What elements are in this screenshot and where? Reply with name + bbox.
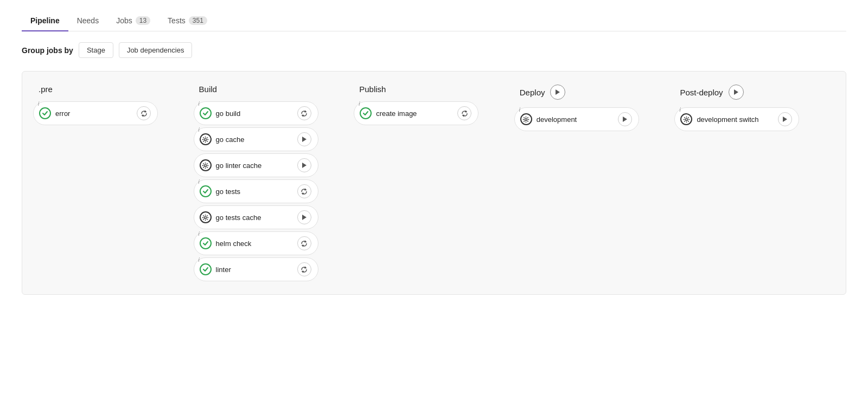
tab-needs[interactable]: Needs — [68, 11, 107, 31]
job-helm-check-refresh-btn[interactable] — [297, 236, 311, 250]
tests-badge: 351 — [189, 16, 207, 25]
job-helm-check[interactable]: i helm check — [194, 231, 318, 255]
job-i-label: i — [199, 231, 200, 237]
job-development-switch[interactable]: i development switch — [674, 107, 799, 131]
job-error-name: error — [55, 109, 132, 118]
tabs-bar: Pipeline Needs Jobs 13 Tests 351 — [22, 11, 846, 31]
job-go-tests-cache-name: go tests cache — [216, 214, 293, 222]
job-go-build-refresh-btn[interactable] — [297, 106, 311, 120]
stage-deploy-jobs: i development — [514, 107, 675, 131]
tab-jobs[interactable]: Jobs 13 — [107, 11, 159, 31]
stage-post-deploy-jobs: i development switch — [674, 107, 835, 131]
stage-post-deploy-title: Post-deploy — [680, 88, 723, 97]
group-by-dependencies-button[interactable]: Job dependencies — [119, 42, 193, 58]
job-development-switch-play-btn[interactable] — [778, 112, 792, 126]
svg-marker-8 — [623, 117, 627, 122]
stage-publish: Publish i create image — [354, 85, 514, 125]
job-i-label: i — [199, 179, 200, 185]
job-create-image-refresh-btn[interactable] — [457, 106, 471, 120]
stage-build-header: Build — [194, 85, 354, 94]
job-i-label: i — [199, 101, 200, 107]
group-by-stage-button[interactable]: Stage — [79, 42, 113, 58]
job-linter[interactable]: i linter — [194, 257, 318, 281]
stage-deploy-play-btn[interactable] — [550, 85, 565, 100]
job-i-label: i — [359, 101, 360, 107]
tab-tests[interactable]: Tests 351 — [159, 11, 216, 31]
svg-point-2 — [205, 164, 207, 166]
job-error-refresh-btn[interactable] — [137, 106, 151, 120]
stage-post-deploy: Post-deploy i development switch — [674, 85, 835, 131]
group-by-section: Group jobs by Stage Job dependencies — [22, 42, 846, 58]
stage-build-title: Build — [199, 85, 217, 94]
svg-marker-9 — [734, 89, 738, 95]
stage-deploy: Deploy i development — [514, 85, 675, 131]
job-go-build-status — [200, 107, 212, 119]
stage-pre-title: .pre — [39, 85, 53, 94]
stage-build: Build i go build — [194, 85, 354, 281]
job-go-tests-cache-status — [200, 211, 212, 223]
job-go-build[interactable]: i go build — [194, 101, 318, 125]
job-go-linter-cache[interactable]: go linter cache — [194, 153, 318, 177]
jobs-badge: 13 — [136, 16, 150, 25]
job-development-status — [520, 113, 532, 125]
job-development-switch-name: development switch — [697, 115, 774, 124]
job-development-switch-status — [680, 113, 692, 125]
svg-point-4 — [205, 216, 207, 218]
stage-deploy-title: Deploy — [520, 88, 545, 97]
job-go-build-name: go build — [216, 109, 293, 118]
job-go-linter-cache-status — [200, 159, 212, 171]
job-i-label: i — [38, 101, 39, 107]
job-linter-status — [200, 263, 212, 275]
stage-deploy-header: Deploy — [514, 85, 675, 100]
stage-pre-header: .pre — [33, 85, 194, 94]
job-go-tests[interactable]: i go tests — [194, 179, 318, 203]
svg-point-10 — [685, 118, 687, 120]
svg-marker-6 — [556, 89, 560, 95]
page-wrapper: Pipeline Needs Jobs 13 Tests 351 Group j… — [0, 0, 868, 306]
job-error-status-icon — [39, 107, 51, 119]
job-linter-refresh-btn[interactable] — [297, 262, 311, 276]
job-go-cache-name: go cache — [216, 135, 293, 144]
job-helm-check-name: helm check — [216, 240, 293, 248]
stage-post-deploy-header: Post-deploy — [674, 85, 835, 100]
svg-marker-1 — [302, 137, 307, 142]
job-go-linter-cache-name: go linter cache — [216, 161, 293, 170]
job-go-tests-status — [200, 185, 212, 197]
stage-publish-header: Publish — [354, 85, 514, 94]
stages-container: .pre i error — [33, 85, 835, 281]
job-go-tests-cache[interactable]: go tests cache — [194, 205, 318, 229]
job-go-linter-cache-play-btn[interactable] — [297, 158, 311, 172]
job-helm-check-status — [200, 237, 212, 249]
job-development-play-btn[interactable] — [618, 112, 632, 126]
svg-marker-3 — [302, 163, 307, 168]
job-i-label: i — [199, 257, 200, 263]
pipeline-area: .pre i error — [22, 71, 846, 295]
svg-marker-11 — [783, 117, 787, 122]
job-go-cache[interactable]: i go cache — [194, 127, 318, 151]
job-go-cache-status — [200, 133, 212, 145]
stage-publish-title: Publish — [359, 85, 386, 94]
job-create-image-status — [360, 107, 372, 119]
job-development[interactable]: i development — [514, 107, 639, 131]
svg-marker-5 — [302, 215, 307, 220]
stage-post-deploy-play-btn[interactable] — [729, 85, 744, 100]
job-go-tests-cache-play-btn[interactable] — [297, 210, 311, 224]
job-go-tests-name: go tests — [216, 188, 293, 196]
job-error[interactable]: i error — [33, 101, 158, 125]
stage-build-jobs: i go build i — [194, 101, 354, 281]
job-linter-name: linter — [216, 266, 293, 274]
job-create-image[interactable]: i create image — [354, 101, 478, 125]
job-i-label: i — [519, 107, 520, 113]
job-go-cache-play-btn[interactable] — [297, 132, 311, 146]
svg-point-7 — [525, 118, 527, 120]
group-by-label: Group jobs by — [22, 46, 73, 55]
job-i-label: i — [679, 107, 680, 113]
stage-pre: .pre i error — [33, 85, 194, 125]
stage-publish-jobs: i create image — [354, 101, 514, 125]
svg-point-0 — [205, 138, 207, 140]
job-go-tests-refresh-btn[interactable] — [297, 184, 311, 198]
tab-pipeline[interactable]: Pipeline — [22, 11, 68, 31]
stage-pre-jobs: i error — [33, 101, 194, 125]
job-create-image-name: create image — [376, 109, 453, 118]
job-development-name: development — [537, 115, 614, 124]
